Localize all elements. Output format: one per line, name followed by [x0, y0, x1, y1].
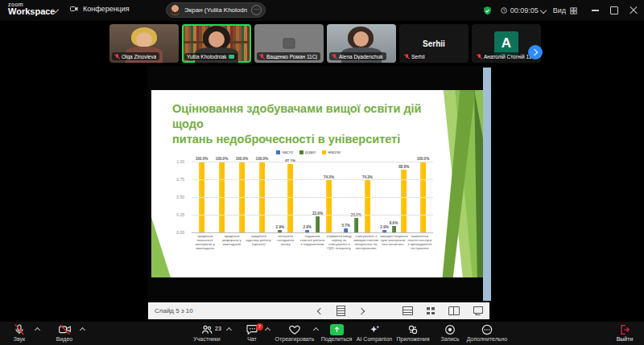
slide-title: Оцінювання здобувачами вищої освіти дій …	[172, 101, 450, 147]
bar-рідко	[278, 230, 282, 232]
bar-value-label: 100.0%	[256, 157, 269, 161]
y-axis-tick: 0.25	[176, 212, 184, 217]
meeting-timer[interactable]: 00:09:05	[500, 6, 546, 14]
video-button[interactable]: Видео	[42, 323, 87, 344]
legend-item: рідко	[299, 150, 316, 154]
chat-button-label: Чат	[229, 336, 275, 342]
participant-tile-alena[interactable]: Alena Dyadenchuk	[327, 24, 396, 63]
clock-icon	[500, 6, 508, 14]
category-label: використовувати чужі матеріали без посил…	[380, 234, 405, 246]
bar-value-label: 2.9%	[380, 225, 388, 229]
notes-icon[interactable]	[336, 306, 345, 316]
timer-chevron-icon	[539, 7, 546, 14]
gridline	[192, 179, 433, 180]
tab-meeting[interactable]: Конференция	[69, 4, 130, 14]
brand-workspace: Workspace	[8, 7, 56, 16]
bar-chart: часторідконіколи 1.000.750.500.250.00 10…	[174, 150, 443, 272]
security-shield-icon[interactable]	[482, 6, 493, 16]
participant-name: Анатолій Стогній 11С(...	[484, 54, 535, 60]
chat-unread-badge: 7	[256, 323, 263, 331]
chart-legend: часторідконіколи	[174, 150, 443, 154]
bar-рідко	[316, 216, 320, 232]
titlebar-right: 00:09:05 Вид	[482, 0, 638, 21]
legend-item: ніколи	[322, 150, 341, 154]
bar-group: 100.0%	[196, 157, 208, 232]
bar-value-label: 74.3%	[324, 175, 334, 179]
tab-meeting-label: Конференция	[83, 5, 130, 13]
bar-group: 2.9%22.9%74.3%	[303, 175, 334, 232]
view-button-label: Вид	[553, 6, 566, 14]
participants-count: 23	[215, 326, 221, 331]
view-grid-icon	[569, 6, 578, 15]
bar-value-label: 88.6%	[398, 165, 409, 169]
mic-muted-icon	[13, 323, 26, 336]
bar-value-label: 5.7%	[341, 224, 349, 228]
maximize-button[interactable]	[610, 6, 618, 14]
participant-name: Alena Dyadenchuk	[339, 54, 383, 60]
participant-name: Olga Zinovieva	[122, 54, 156, 60]
screen-share-indicator-icon	[229, 55, 234, 59]
bar-ніколи	[287, 164, 293, 232]
tab-more-icon[interactable]: ⋯	[251, 5, 262, 15]
participant-display-name: Serhii	[423, 39, 445, 48]
slide-sorter-view-button[interactable]	[427, 307, 435, 314]
muted-mic-icon	[332, 53, 337, 60]
person-face	[353, 31, 369, 47]
tab-shared-screen[interactable]: Экран (Yuliia Kholodniak) ⋯	[166, 2, 266, 18]
previous-slide-button[interactable]	[317, 307, 324, 314]
minimize-button[interactable]	[592, 10, 599, 10]
bar-value-label: 100.0%	[236, 157, 249, 161]
category-label: замовляти платні послуги з проходження т…	[407, 234, 432, 250]
share-screen-icon	[330, 324, 344, 335]
slide-number-status: Слайд 5 з 10	[155, 307, 193, 314]
muted-mic-icon	[259, 53, 265, 60]
audio-button[interactable]: Звук	[0, 323, 42, 344]
y-axis-tick: 0.50	[176, 195, 184, 199]
muted-mic-icon	[404, 53, 410, 60]
heart-react-icon	[288, 323, 301, 336]
powerpoint-statusbar: Слайд 5 з 10	[148, 302, 489, 319]
normal-view-button[interactable]	[402, 306, 413, 315]
bar-часто	[344, 228, 348, 232]
video-button-label: Видео	[42, 336, 87, 342]
participant-tile-olga[interactable]: Olga Zinovieva	[109, 24, 179, 63]
legend-swatch	[322, 150, 326, 154]
next-slide-button[interactable]	[358, 307, 365, 314]
next-participants-button[interactable]	[528, 45, 543, 60]
person-face	[208, 31, 225, 47]
close-button[interactable]	[630, 6, 638, 14]
bar-group: 100.0%	[236, 157, 249, 232]
bar-value-label: 74.3%	[362, 175, 373, 179]
reading-view-button[interactable]	[448, 306, 460, 315]
legend-item: часто	[276, 150, 293, 154]
more-ellipsis-icon	[481, 323, 493, 336]
ai-sparkle-icon	[368, 323, 381, 336]
category-label: оплатити складання заліку	[273, 234, 298, 246]
bar-рідко	[392, 226, 396, 232]
category-label: отримати вищу оцінку за списування з ГДЗ…	[327, 234, 352, 250]
window-titlebar: zoom Workspace Конференция Экран (Yuliia…	[0, 0, 644, 21]
slideshow-view-button[interactable]	[473, 306, 483, 315]
more-button[interactable]: Дополнительно	[464, 323, 510, 344]
muted-mic-icon	[114, 53, 120, 60]
react-button[interactable]: Отреагировать	[270, 323, 320, 344]
bar-value-label: 100.0%	[417, 157, 430, 161]
participant-tile-serhii[interactable]: Serhii Serhii	[399, 24, 469, 63]
bar-group: 100.0%	[256, 157, 269, 232]
presentation-scrollbar[interactable]	[483, 68, 491, 301]
participant-tile-vashchenko[interactable]: Ващенко Роман 11С(...	[254, 24, 324, 63]
slide-title-line2: питань недоброчесності в університеті	[172, 132, 450, 147]
chat-button[interactable]: Чат 7	[229, 323, 275, 344]
participants-button[interactable]: Участники 23	[184, 323, 229, 344]
view-button[interactable]: Вид	[553, 6, 578, 15]
leave-button[interactable]: Выйти	[602, 323, 644, 344]
person-face	[136, 32, 152, 47]
chevron-right-icon	[531, 49, 538, 55]
leave-button-label: Выйти	[602, 336, 644, 342]
camera-off-avatar-icon	[283, 39, 295, 49]
tab-shared-screen-label: Экран (Yuliia Kholodniak)	[184, 6, 247, 14]
gridline	[192, 162, 433, 162]
bar-value-label: 8.6%	[390, 221, 398, 225]
participant-tile-yuliia[interactable]: Yuliia Kholodniak	[182, 24, 251, 63]
legend-swatch	[276, 150, 280, 154]
